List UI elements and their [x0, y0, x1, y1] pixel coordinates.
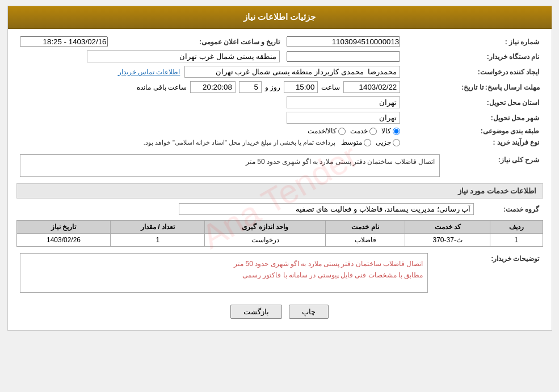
col-unit: واحد اندازه گیری [205, 221, 325, 234]
deadline-label: مهلت ارسال پاسخ: تا تاریخ: [404, 79, 543, 95]
region-input [87, 50, 280, 62]
creator-input [184, 66, 400, 78]
col-code: کد خدمت [405, 221, 490, 234]
buyer-desc-box: اتصال فاضلاب ساختمان دفتر پستی ملارد به … [20, 253, 428, 293]
deadline-days-label: روز و [265, 83, 280, 91]
service-group-input [179, 203, 474, 215]
org-name-label: نام دستگاه خریدار: [404, 49, 543, 64]
city-input [287, 112, 400, 124]
deadline-date-input [343, 81, 400, 93]
col-qty: تعداد / مقدار [111, 221, 205, 234]
back-button[interactable]: بازگشت [230, 305, 282, 319]
col-date: تاریخ نیاز [16, 221, 111, 234]
date-input [20, 36, 108, 47]
contact-link[interactable]: اطلاعات تماس خریدار [118, 68, 180, 76]
org-name-input [287, 51, 400, 62]
province-input [287, 96, 400, 108]
category-khedmat[interactable]: خدمت [350, 127, 377, 135]
col-name: نام خدمت [325, 221, 405, 234]
category-label: طبقه بندی موضوعی: [404, 125, 543, 137]
desc-box: اتصال فاضلاب ساختمان دفتر پستی ملارد به … [20, 154, 440, 177]
desc-label: شرح کلی نیاز: [443, 153, 543, 179]
creator-label: ایجاد کننده درخواست: [404, 64, 543, 79]
deadline-time-input [284, 81, 318, 93]
province-label: استان محل تحویل: [404, 95, 543, 110]
need-number-label: شماره نیاز : [404, 35, 543, 49]
buyer-desc-label: توضیحات خریدار: [431, 251, 543, 294]
col-row: ردیف [490, 221, 543, 234]
date-label: تاریخ و ساعت اعلان عمومی: [111, 35, 284, 49]
category-kala-khedmat[interactable]: کالا/خدمت [308, 127, 346, 135]
buyer-desc-line1: اتصال فاضلاب ساختمان دفتر پستی ملارد به … [25, 258, 423, 269]
deadline-remain-input [190, 81, 236, 93]
process-motavasset[interactable]: متوسط [341, 138, 371, 146]
deadline-time-label: ساعت [321, 83, 340, 91]
print-button[interactable]: چاپ [289, 305, 329, 319]
city-label: شهر محل تحویل: [404, 110, 543, 125]
table-row: 1ث-37-370فاضلابدرخواست11403/02/26 [16, 234, 543, 247]
need-number-input[interactable] [287, 36, 400, 47]
process-label: نوع فرآیند خرید : [404, 137, 543, 148]
buyer-desc-line2: مطابق با مشخصات فنی فایل پیوستی در سامان… [25, 269, 423, 281]
process-jozii[interactable]: جزیی [376, 138, 400, 146]
page-title: جزئیات اطلاعات نیاز [8, 6, 552, 29]
deadline-remain-label: ساعت باقی مانده [137, 83, 187, 91]
services-section-header: اطلاعات خدمات مورد نیاز [16, 183, 543, 199]
category-kala[interactable]: کالا [381, 127, 400, 135]
deadline-days-input [239, 81, 262, 93]
service-group-label: گروه خدمت: [477, 201, 543, 217]
process-note: پرداخت تمام یا بخشی از مبلغ خریداز محل "… [144, 139, 336, 146]
